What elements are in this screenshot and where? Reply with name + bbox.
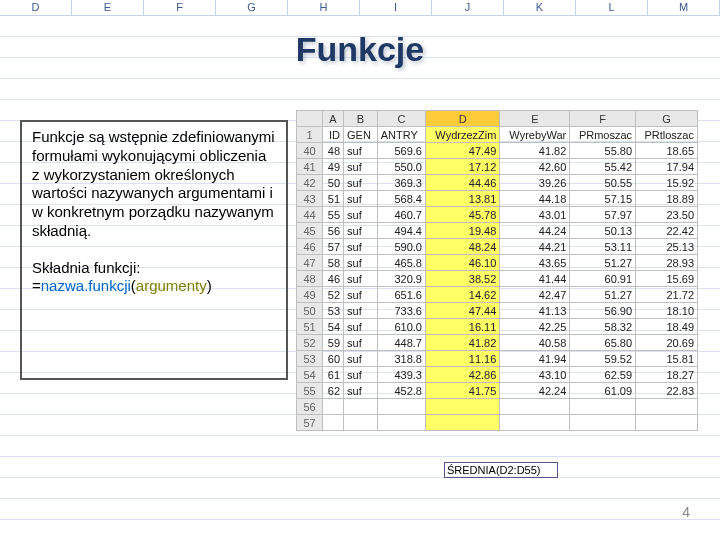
table-cell: 15.81 [636, 351, 698, 367]
table-cell [377, 399, 425, 415]
syntax-eq: = [32, 277, 41, 294]
table-cell: 39.26 [500, 175, 570, 191]
table-header-cell: ANTRY [377, 127, 425, 143]
table-cell: 57 [297, 415, 323, 431]
table-cell: suf [344, 255, 378, 271]
slide-title: Funkcje [0, 30, 720, 69]
table-header-cell: WydrzezZim [425, 127, 499, 143]
table-cell: 57 [323, 239, 344, 255]
table-cell: suf [344, 287, 378, 303]
table-cell: 15.92 [636, 175, 698, 191]
table-cell: 21.72 [636, 287, 698, 303]
table-cell: 53.11 [570, 239, 636, 255]
table-cell: 18.27 [636, 367, 698, 383]
table-cell: 47 [297, 255, 323, 271]
table-cell: 17.94 [636, 159, 698, 175]
table-cell: 18.65 [636, 143, 698, 159]
table-cell [377, 415, 425, 431]
table-cell: 11.16 [425, 351, 499, 367]
table-cell: 22.83 [636, 383, 698, 399]
table-cell: 16.11 [425, 319, 499, 335]
table-cell: 42 [297, 175, 323, 191]
table-cell: suf [344, 319, 378, 335]
table-cell: 55.42 [570, 159, 636, 175]
table-cell [570, 415, 636, 431]
table-cell: suf [344, 367, 378, 383]
table-cell: 41.82 [425, 335, 499, 351]
table-cell: suf [344, 191, 378, 207]
table-cell: 41.13 [500, 303, 570, 319]
table-cell: 44.24 [500, 223, 570, 239]
table-cell: 53 [323, 303, 344, 319]
table-cell: 50 [323, 175, 344, 191]
table-cell: 494.4 [377, 223, 425, 239]
table-cell [636, 415, 698, 431]
table-cell: 51 [323, 191, 344, 207]
table-cell: 651.6 [377, 287, 425, 303]
table-cell: 62.59 [570, 367, 636, 383]
table-cell: 49 [323, 159, 344, 175]
table-cell: 19.48 [425, 223, 499, 239]
table-cell: 42.60 [500, 159, 570, 175]
table-cell: 43.01 [500, 207, 570, 223]
table-cell: 41 [297, 159, 323, 175]
table-cell: 41.94 [500, 351, 570, 367]
table-cell: 50 [297, 303, 323, 319]
table-header-cell: 1 [297, 127, 323, 143]
syntax-label: Składnia funkcji: [32, 259, 140, 276]
table-cell: suf [344, 207, 378, 223]
table-cell: 43.65 [500, 255, 570, 271]
table-cell: 43 [297, 191, 323, 207]
table-cell: 23.50 [636, 207, 698, 223]
table-cell: 590.0 [377, 239, 425, 255]
table-cell: 51.27 [570, 287, 636, 303]
syntax-paren-close: ) [207, 277, 212, 294]
table-header-cell: ID [323, 127, 344, 143]
table-cell: 46.10 [425, 255, 499, 271]
table-cell: 42.24 [500, 383, 570, 399]
table-cell: 569.6 [377, 143, 425, 159]
table-cell [570, 399, 636, 415]
syntax-func-name: nazwa.funkcji [41, 277, 131, 294]
table-cell: 452.8 [377, 383, 425, 399]
table-cell: 41.75 [425, 383, 499, 399]
table-cell: 50.13 [570, 223, 636, 239]
slide-number: 4 [682, 504, 690, 520]
table-cell: 65.80 [570, 335, 636, 351]
table-cell: 38.52 [425, 271, 499, 287]
table-cell: 15.69 [636, 271, 698, 287]
table-cell: 18.89 [636, 191, 698, 207]
table-cell: 17.12 [425, 159, 499, 175]
table-cell: 53 [297, 351, 323, 367]
table-cell [323, 415, 344, 431]
table-cell: 18.49 [636, 319, 698, 335]
table-cell: 465.8 [377, 255, 425, 271]
table-cell: 45 [297, 223, 323, 239]
table-col-header: B [344, 111, 378, 127]
table-cell: 52 [323, 287, 344, 303]
table-cell: 45.78 [425, 207, 499, 223]
table-cell: suf [344, 335, 378, 351]
table-cell: 60.91 [570, 271, 636, 287]
table-cell: 51.27 [570, 255, 636, 271]
table-cell: 44 [297, 207, 323, 223]
table-cell: 44.18 [500, 191, 570, 207]
table-cell [636, 399, 698, 415]
table-cell: 57.97 [570, 207, 636, 223]
formula-cell: ŚREDNIA(D2:D55) [444, 462, 558, 478]
table-col-header [297, 111, 323, 127]
table-cell: 448.7 [377, 335, 425, 351]
table-cell: 318.8 [377, 351, 425, 367]
table-cell: 47.44 [425, 303, 499, 319]
table-cell: suf [344, 159, 378, 175]
table-cell: 52 [297, 335, 323, 351]
table-cell: 49 [297, 287, 323, 303]
table-col-header: E [500, 111, 570, 127]
table-cell [425, 415, 499, 431]
definition-box: Funkcje są wstępnie zdefiniowanymi formu… [20, 120, 288, 380]
table-cell: 48 [323, 143, 344, 159]
table-cell: suf [344, 303, 378, 319]
table-cell: 18.10 [636, 303, 698, 319]
table-cell: 56.90 [570, 303, 636, 319]
table-cell: 14.62 [425, 287, 499, 303]
